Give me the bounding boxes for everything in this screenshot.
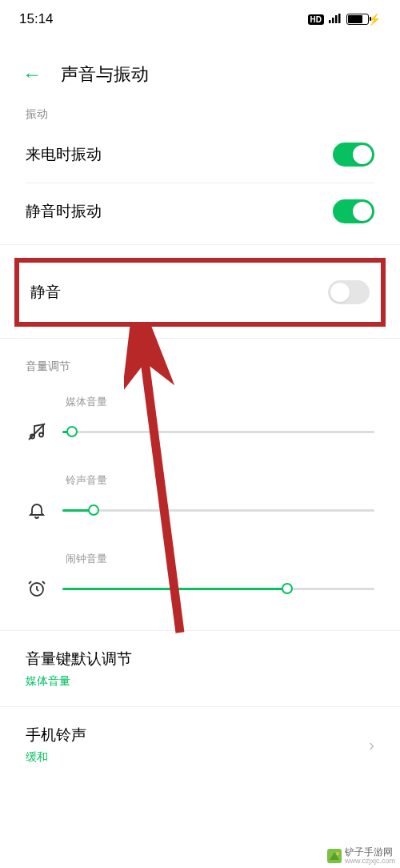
mute-label: 静音 bbox=[30, 282, 61, 303]
hd-icon: HD bbox=[308, 14, 324, 25]
media-mute-icon bbox=[26, 420, 48, 443]
chevron-right-icon: › bbox=[369, 736, 374, 754]
status-icons: HD ⚡ bbox=[308, 13, 381, 26]
ringtone-value: 缓和 bbox=[26, 750, 86, 765]
silent-vibrate-label: 静音时振动 bbox=[26, 201, 102, 222]
page-title: 声音与振动 bbox=[61, 62, 149, 86]
ring-vibrate-switch[interactable] bbox=[333, 143, 374, 167]
slider-ring: 铃声音量 bbox=[0, 457, 400, 536]
row-volume-keys[interactable]: 音量键默认调节 媒体音量 bbox=[0, 631, 400, 706]
volume-keys-value: 媒体音量 bbox=[26, 674, 132, 689]
svg-rect-2 bbox=[335, 15, 338, 23]
row-ringtone[interactable]: 手机铃声 缓和 › bbox=[0, 707, 400, 782]
svg-point-5 bbox=[39, 433, 43, 437]
watermark: 铲子手游网 www.czjxjc.com bbox=[322, 845, 400, 868]
volume-keys-title: 音量键默认调节 bbox=[26, 649, 132, 669]
signal-icon bbox=[329, 14, 342, 25]
page-header: ← 声音与振动 bbox=[0, 38, 400, 101]
silent-vibrate-switch[interactable] bbox=[333, 199, 374, 223]
svg-rect-0 bbox=[329, 20, 331, 23]
row-silent-vibrate[interactable]: 静音时振动 bbox=[0, 183, 400, 239]
svg-rect-3 bbox=[338, 14, 341, 23]
alarm-label: 闹钟音量 bbox=[26, 552, 374, 566]
section-vibration-label: 振动 bbox=[0, 101, 400, 127]
bell-icon bbox=[26, 499, 48, 521]
slider-alarm: 闹钟音量 bbox=[0, 536, 400, 614]
ringtone-title: 手机铃声 bbox=[26, 725, 86, 745]
battery-icon: ⚡ bbox=[346, 13, 381, 26]
row-mute[interactable]: 静音 bbox=[14, 258, 386, 327]
slider-media: 媒体音量 bbox=[0, 379, 400, 457]
section-volume-label: 音量调节 bbox=[0, 339, 400, 379]
status-bar: 15:14 HD ⚡ bbox=[0, 0, 400, 38]
ring-label: 铃声音量 bbox=[26, 473, 374, 488]
row-ring-vibrate[interactable]: 来电时振动 bbox=[0, 127, 400, 183]
watermark-url: www.czjxjc.com bbox=[345, 858, 395, 866]
mute-switch[interactable] bbox=[328, 280, 370, 304]
clock-icon bbox=[26, 577, 48, 600]
status-time: 15:14 bbox=[19, 11, 54, 27]
back-arrow-icon[interactable]: ← bbox=[22, 63, 42, 86]
ring-slider[interactable] bbox=[62, 509, 374, 512]
alarm-slider[interactable] bbox=[62, 588, 374, 590]
watermark-logo-icon bbox=[327, 849, 342, 863]
media-slider[interactable] bbox=[62, 431, 374, 433]
ring-vibrate-label: 来电时振动 bbox=[26, 144, 102, 165]
svg-point-9 bbox=[336, 852, 339, 855]
svg-rect-1 bbox=[332, 18, 334, 23]
media-label: 媒体音量 bbox=[26, 395, 374, 409]
